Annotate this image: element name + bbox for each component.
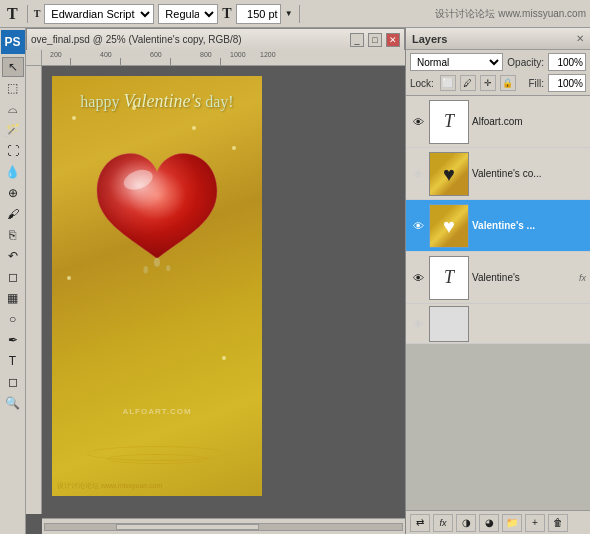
text-tool[interactable]: T	[2, 351, 24, 371]
heart-image	[82, 126, 232, 286]
layer-4-thumb: T	[429, 256, 469, 300]
style-select[interactable]: Regular	[158, 4, 218, 24]
watermark: ALFOART.COM	[52, 407, 262, 416]
ruler-tick-3	[170, 58, 171, 66]
layer-item-3[interactable]: 👁 ♥ Valentine's ...	[406, 200, 590, 252]
corner-text: 设计讨论论坛 www.missyuan.com	[57, 481, 162, 491]
clone-tool[interactable]: ⎘	[2, 225, 24, 245]
layer-adjustment-btn[interactable]: ◕	[479, 514, 499, 532]
layers-list: 👁 T Alfoart.com 👁 ♥ Valentine's co...	[406, 96, 590, 510]
font-select[interactable]: Edwardian Script...	[44, 4, 154, 24]
ruler-mark-1000: 1000	[230, 51, 246, 58]
forum-label: 设计讨论论坛 www.missyuan.com	[435, 7, 586, 21]
layer-3-name: Valentine's ...	[472, 220, 586, 231]
layer-fx-btn[interactable]: fx	[433, 514, 453, 532]
opacity-input[interactable]	[548, 53, 586, 71]
font-size-icon: T	[222, 6, 231, 22]
text-tool-icon[interactable]: T	[4, 5, 21, 23]
layer-5-visibility[interactable]: 👁	[410, 316, 426, 332]
layer-item-1[interactable]: 👁 T Alfoart.com	[406, 96, 590, 148]
top-toolbar: T T Edwardian Script... Regular T ▼ 设计讨论…	[0, 0, 590, 28]
layer-3-thumb: ♥	[429, 204, 469, 248]
layer-3-visibility[interactable]: 👁	[410, 218, 426, 234]
canvas-viewport[interactable]: happy Valentine's day!	[42, 66, 405, 514]
ruler-mark-200: 200	[50, 51, 62, 58]
water-area	[62, 346, 252, 466]
layer-item-2[interactable]: 👁 ♥ Valentine's co...	[406, 148, 590, 200]
history-tool[interactable]: ↶	[2, 246, 24, 266]
ps-logo: PS	[1, 30, 25, 54]
minimize-button[interactable]: _	[350, 33, 364, 47]
scroll-track[interactable]	[44, 523, 403, 531]
crop-tool[interactable]: ⛶	[2, 141, 24, 161]
layers-panel-title: Layers	[412, 33, 572, 45]
layer-new-btn[interactable]: +	[525, 514, 545, 532]
layer-5-thumb	[429, 306, 469, 342]
maximize-button[interactable]: □	[368, 33, 382, 47]
layer-4-thumb-text: T	[444, 267, 454, 288]
shape-tool[interactable]: ◻	[2, 372, 24, 392]
main-area: PS ↖ ⬚ ⌓ 🪄 ⛶ 💧 ⊕ 🖌 ⎘ ↶ ◻ ▦ ○ ✒ T ◻ 🔍 ove…	[0, 28, 590, 534]
ruler-horizontal: 200 400 600 800 1000 1200	[42, 50, 405, 66]
brush-tool[interactable]: 🖌	[2, 204, 24, 224]
layer-item-4[interactable]: 👁 T Valentine's fx	[406, 252, 590, 304]
lock-row: Lock: ⬜ 🖊 ✛ 🔒 Fill:	[410, 74, 586, 92]
lock-transparent-btn[interactable]: ⬜	[440, 75, 456, 91]
move-tool[interactable]: ↖	[2, 57, 24, 77]
layer-mask-btn[interactable]: ◑	[456, 514, 476, 532]
gradient-tool[interactable]: ▦	[2, 288, 24, 308]
eyedropper-tool[interactable]: 💧	[2, 162, 24, 182]
svg-point-3	[166, 265, 171, 271]
lock-label: Lock:	[410, 78, 434, 89]
size-dropdown-icon[interactable]: ▼	[285, 9, 293, 18]
svg-point-1	[154, 258, 160, 267]
dodge-tool[interactable]: ○	[2, 309, 24, 329]
scroll-thumb[interactable]	[116, 524, 259, 530]
lock-paint-btn[interactable]: 🖊	[460, 75, 476, 91]
layer-link-btn[interactable]: ⇄	[410, 514, 430, 532]
document-titlebar: ove_final.psd @ 25% (Valentine's copy, R…	[26, 28, 405, 50]
ruler-tick-2	[120, 58, 121, 66]
fill-input[interactable]	[548, 74, 586, 92]
layer-1-visibility[interactable]: 👁	[410, 114, 426, 130]
healing-tool[interactable]: ⊕	[2, 183, 24, 203]
canvas-image-inner: happy Valentine's day!	[52, 76, 262, 496]
horizontal-scrollbar[interactable]	[42, 518, 405, 534]
pen-tool[interactable]: ✒	[2, 330, 24, 350]
ruler-mark-400: 400	[100, 51, 112, 58]
layers-panel: Layers ✕ Normal Opacity: Lock: ⬜ 🖊 ✛	[405, 28, 590, 534]
document-window: ove_final.psd @ 25% (Valentine's copy, R…	[26, 28, 405, 534]
layer-2-heart: ♥	[443, 162, 455, 185]
close-button[interactable]: ✕	[386, 33, 400, 47]
font-size-input[interactable]	[236, 4, 281, 24]
ruler-mark-800: 800	[200, 51, 212, 58]
ruler-vertical	[26, 66, 42, 514]
layer-group-btn[interactable]: 📁	[502, 514, 522, 532]
layer-item-5[interactable]: 👁	[406, 304, 590, 344]
zoom-tool[interactable]: 🔍	[2, 393, 24, 413]
magic-wand-tool[interactable]: 🪄	[2, 120, 24, 140]
layer-4-name: Valentine's	[472, 272, 576, 283]
layers-bottom: ⇄ fx ◑ ◕ 📁 + 🗑	[406, 510, 590, 534]
layer-1-thumb-text: T	[444, 111, 454, 132]
layer-2-visibility[interactable]: 👁	[410, 166, 426, 182]
ruler-tick-1	[70, 58, 71, 66]
ruler-corner	[26, 50, 42, 66]
layer-3-heart: ♥	[443, 214, 455, 237]
canvas-image: happy Valentine's day!	[52, 76, 262, 496]
document-title: ove_final.psd @ 25% (Valentine's copy, R…	[31, 34, 346, 45]
layers-panel-tab-marker: ✕	[576, 33, 584, 44]
lasso-tool[interactable]: ⌓	[2, 99, 24, 119]
layer-4-visibility[interactable]: 👁	[410, 270, 426, 286]
selection-tool[interactable]: ⬚	[2, 78, 24, 98]
blend-mode-select[interactable]: Normal	[410, 53, 503, 71]
layer-2-name: Valentine's co...	[472, 168, 586, 179]
layers-panel-header: Layers ✕	[406, 28, 590, 50]
ruler-tick-4	[220, 58, 221, 66]
valentine-text: happy Valentine's day!	[62, 91, 252, 112]
layer-2-thumb: ♥	[429, 152, 469, 196]
layer-delete-btn[interactable]: 🗑	[548, 514, 568, 532]
lock-all-btn[interactable]: 🔒	[500, 75, 516, 91]
eraser-tool[interactable]: ◻	[2, 267, 24, 287]
lock-move-btn[interactable]: ✛	[480, 75, 496, 91]
